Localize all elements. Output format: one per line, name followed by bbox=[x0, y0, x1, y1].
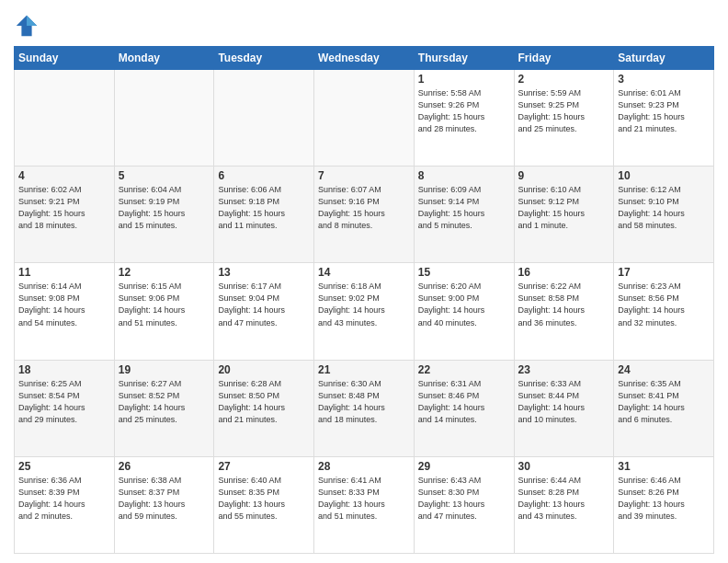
day-number: 16 bbox=[518, 266, 610, 279]
day-info: Sunrise: 6:33 AM Sunset: 8:44 PM Dayligh… bbox=[518, 378, 610, 426]
calendar-cell: 16Sunrise: 6:22 AM Sunset: 8:58 PM Dayli… bbox=[514, 263, 614, 360]
day-info: Sunrise: 6:01 AM Sunset: 9:23 PM Dayligh… bbox=[618, 87, 710, 135]
calendar-cell: 29Sunrise: 6:43 AM Sunset: 8:30 PM Dayli… bbox=[414, 456, 514, 553]
calendar-cell: 17Sunrise: 6:23 AM Sunset: 8:56 PM Dayli… bbox=[614, 263, 714, 360]
day-number: 8 bbox=[418, 169, 510, 182]
calendar-cell bbox=[214, 70, 314, 167]
day-number: 10 bbox=[618, 169, 710, 182]
day-number: 13 bbox=[218, 266, 310, 279]
day-number: 24 bbox=[618, 363, 710, 376]
calendar-cell: 21Sunrise: 6:30 AM Sunset: 8:48 PM Dayli… bbox=[314, 360, 415, 456]
day-number: 4 bbox=[18, 169, 110, 182]
day-info: Sunrise: 6:43 AM Sunset: 8:30 PM Dayligh… bbox=[418, 475, 510, 523]
day-number: 14 bbox=[318, 266, 410, 279]
day-info: Sunrise: 6:09 AM Sunset: 9:14 PM Dayligh… bbox=[418, 184, 510, 232]
calendar-cell: 8Sunrise: 6:09 AM Sunset: 9:14 PM Daylig… bbox=[414, 167, 514, 263]
calendar-cell: 25Sunrise: 6:36 AM Sunset: 8:39 PM Dayli… bbox=[15, 456, 115, 553]
logo bbox=[14, 13, 41, 39]
calendar-cell: 23Sunrise: 6:33 AM Sunset: 8:44 PM Dayli… bbox=[514, 360, 614, 456]
day-info: Sunrise: 6:31 AM Sunset: 8:46 PM Dayligh… bbox=[418, 378, 510, 426]
calendar-cell: 6Sunrise: 6:06 AM Sunset: 9:18 PM Daylig… bbox=[214, 167, 314, 263]
day-number: 2 bbox=[518, 73, 610, 86]
calendar-cell: 3Sunrise: 6:01 AM Sunset: 9:23 PM Daylig… bbox=[614, 70, 714, 167]
calendar-week-row: 25Sunrise: 6:36 AM Sunset: 8:39 PM Dayli… bbox=[15, 456, 714, 553]
day-info: Sunrise: 5:59 AM Sunset: 9:25 PM Dayligh… bbox=[518, 87, 610, 135]
calendar-week-row: 1Sunrise: 5:58 AM Sunset: 9:26 PM Daylig… bbox=[15, 70, 714, 167]
day-info: Sunrise: 6:23 AM Sunset: 8:56 PM Dayligh… bbox=[618, 281, 710, 328]
day-number: 21 bbox=[318, 363, 410, 376]
day-info: Sunrise: 6:46 AM Sunset: 8:26 PM Dayligh… bbox=[618, 475, 710, 523]
day-number: 29 bbox=[418, 460, 510, 473]
day-info: Sunrise: 6:38 AM Sunset: 8:37 PM Dayligh… bbox=[119, 475, 210, 523]
weekday-header: Saturday bbox=[614, 47, 714, 70]
calendar-table: SundayMondayTuesdayWednesdayThursdayFrid… bbox=[14, 46, 714, 554]
day-number: 25 bbox=[18, 460, 110, 473]
weekday-header: Monday bbox=[114, 47, 214, 70]
calendar-cell: 24Sunrise: 6:35 AM Sunset: 8:41 PM Dayli… bbox=[614, 360, 714, 456]
day-info: Sunrise: 6:17 AM Sunset: 9:04 PM Dayligh… bbox=[218, 281, 310, 328]
day-number: 19 bbox=[119, 363, 210, 376]
weekday-header: Tuesday bbox=[214, 47, 314, 70]
calendar-cell: 18Sunrise: 6:25 AM Sunset: 8:54 PM Dayli… bbox=[15, 360, 115, 456]
day-number: 18 bbox=[18, 363, 110, 376]
day-info: Sunrise: 6:22 AM Sunset: 8:58 PM Dayligh… bbox=[518, 281, 610, 328]
day-info: Sunrise: 6:06 AM Sunset: 9:18 PM Dayligh… bbox=[218, 184, 310, 232]
day-info: Sunrise: 6:04 AM Sunset: 9:19 PM Dayligh… bbox=[119, 184, 210, 232]
calendar-week-row: 18Sunrise: 6:25 AM Sunset: 8:54 PM Dayli… bbox=[15, 360, 714, 456]
day-number: 12 bbox=[119, 266, 210, 279]
svg-marker-1 bbox=[27, 16, 37, 26]
day-info: Sunrise: 5:58 AM Sunset: 9:26 PM Dayligh… bbox=[418, 87, 510, 135]
calendar-week-row: 4Sunrise: 6:02 AM Sunset: 9:21 PM Daylig… bbox=[15, 167, 714, 263]
day-info: Sunrise: 6:35 AM Sunset: 8:41 PM Dayligh… bbox=[618, 378, 710, 426]
calendar-cell: 5Sunrise: 6:04 AM Sunset: 9:19 PM Daylig… bbox=[114, 167, 214, 263]
day-info: Sunrise: 6:27 AM Sunset: 8:52 PM Dayligh… bbox=[119, 378, 210, 426]
day-number: 22 bbox=[418, 363, 510, 376]
calendar-cell bbox=[314, 70, 415, 167]
day-info: Sunrise: 6:30 AM Sunset: 8:48 PM Dayligh… bbox=[318, 378, 410, 426]
day-number: 5 bbox=[119, 169, 210, 182]
weekday-header: Wednesday bbox=[314, 47, 415, 70]
day-info: Sunrise: 6:12 AM Sunset: 9:10 PM Dayligh… bbox=[618, 184, 710, 232]
calendar-cell: 2Sunrise: 5:59 AM Sunset: 9:25 PM Daylig… bbox=[514, 70, 614, 167]
day-number: 7 bbox=[318, 169, 410, 182]
day-info: Sunrise: 6:02 AM Sunset: 9:21 PM Dayligh… bbox=[18, 184, 110, 232]
calendar-header: SundayMondayTuesdayWednesdayThursdayFrid… bbox=[15, 47, 714, 70]
day-number: 30 bbox=[518, 460, 610, 473]
calendar-cell bbox=[15, 70, 115, 167]
calendar-week-row: 11Sunrise: 6:14 AM Sunset: 9:08 PM Dayli… bbox=[15, 263, 714, 360]
page: SundayMondayTuesdayWednesdayThursdayFrid… bbox=[0, 0, 728, 563]
day-number: 27 bbox=[218, 460, 310, 473]
calendar-cell: 11Sunrise: 6:14 AM Sunset: 9:08 PM Dayli… bbox=[15, 263, 115, 360]
day-number: 1 bbox=[418, 73, 510, 86]
calendar-cell: 15Sunrise: 6:20 AM Sunset: 9:00 PM Dayli… bbox=[414, 263, 514, 360]
day-info: Sunrise: 6:40 AM Sunset: 8:35 PM Dayligh… bbox=[218, 475, 310, 523]
calendar-cell: 1Sunrise: 5:58 AM Sunset: 9:26 PM Daylig… bbox=[414, 70, 514, 167]
calendar-cell: 12Sunrise: 6:15 AM Sunset: 9:06 PM Dayli… bbox=[114, 263, 214, 360]
calendar-cell: 4Sunrise: 6:02 AM Sunset: 9:21 PM Daylig… bbox=[15, 167, 115, 263]
calendar-body: 1Sunrise: 5:58 AM Sunset: 9:26 PM Daylig… bbox=[15, 70, 714, 554]
day-info: Sunrise: 6:25 AM Sunset: 8:54 PM Dayligh… bbox=[18, 378, 110, 426]
weekday-header: Friday bbox=[514, 47, 614, 70]
day-info: Sunrise: 6:07 AM Sunset: 9:16 PM Dayligh… bbox=[318, 184, 410, 232]
day-info: Sunrise: 6:14 AM Sunset: 9:08 PM Dayligh… bbox=[18, 281, 110, 328]
calendar-cell: 10Sunrise: 6:12 AM Sunset: 9:10 PM Dayli… bbox=[614, 167, 714, 263]
calendar-cell: 20Sunrise: 6:28 AM Sunset: 8:50 PM Dayli… bbox=[214, 360, 314, 456]
calendar-cell: 27Sunrise: 6:40 AM Sunset: 8:35 PM Dayli… bbox=[214, 456, 314, 553]
calendar-cell: 19Sunrise: 6:27 AM Sunset: 8:52 PM Dayli… bbox=[114, 360, 214, 456]
header bbox=[14, 9, 714, 39]
day-number: 20 bbox=[218, 363, 310, 376]
day-number: 23 bbox=[518, 363, 610, 376]
day-info: Sunrise: 6:18 AM Sunset: 9:02 PM Dayligh… bbox=[318, 281, 410, 328]
day-info: Sunrise: 6:10 AM Sunset: 9:12 PM Dayligh… bbox=[518, 184, 610, 232]
day-number: 28 bbox=[318, 460, 410, 473]
day-info: Sunrise: 6:15 AM Sunset: 9:06 PM Dayligh… bbox=[119, 281, 210, 328]
header-row: SundayMondayTuesdayWednesdayThursdayFrid… bbox=[15, 47, 714, 70]
day-number: 11 bbox=[18, 266, 110, 279]
calendar-cell: 7Sunrise: 6:07 AM Sunset: 9:16 PM Daylig… bbox=[314, 167, 415, 263]
calendar-cell: 22Sunrise: 6:31 AM Sunset: 8:46 PM Dayli… bbox=[414, 360, 514, 456]
day-info: Sunrise: 6:36 AM Sunset: 8:39 PM Dayligh… bbox=[18, 475, 110, 523]
calendar-cell: 28Sunrise: 6:41 AM Sunset: 8:33 PM Dayli… bbox=[314, 456, 415, 553]
day-number: 17 bbox=[618, 266, 710, 279]
logo-icon bbox=[14, 13, 40, 39]
day-number: 31 bbox=[618, 460, 710, 473]
